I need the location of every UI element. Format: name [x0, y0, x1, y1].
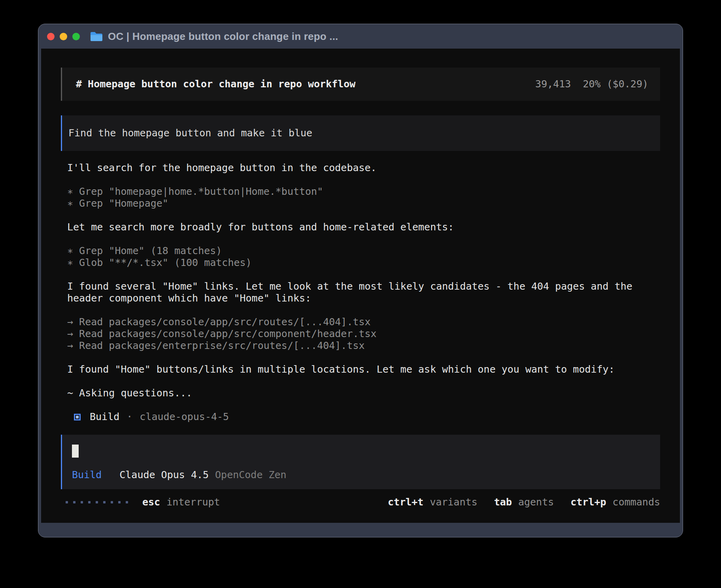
assistant-ask: I found "Home" buttons/links in multiple… [61, 364, 660, 375]
input-agent-label[interactable]: Build [72, 469, 102, 481]
input-meta: Build Claude Opus 4.5 OpenCode Zen [72, 469, 649, 481]
assistant-broaden: Let me search more broadly for buttons a… [61, 221, 660, 233]
terminal-window: OC | Homepage button color change in rep… [38, 24, 683, 537]
tool-call-read-3: → Read packages/enterprise/src/routes/[.… [61, 340, 660, 352]
input-provider-label: OpenCode Zen [215, 469, 287, 481]
traffic-lights [47, 33, 80, 40]
context-usage: 20% ($0.29) [583, 78, 648, 90]
session-header: # Homepage button color change in repo w… [61, 68, 660, 101]
tool-call-grep-3: ∗ Grep "Home" (18 matches) [61, 245, 660, 257]
progress-dots [66, 501, 128, 503]
user-message-text: Find the homepage button and make it blu… [68, 127, 312, 139]
user-message: Find the homepage button and make it blu… [61, 115, 660, 151]
text-cursor [72, 445, 79, 458]
token-count: 39,413 [535, 78, 571, 90]
close-button[interactable] [47, 33, 55, 40]
agent-separator: · [126, 411, 132, 423]
zoom-button[interactable] [72, 33, 80, 40]
tool-call-read-1: → Read packages/console/app/src/routes/[… [61, 316, 660, 328]
session-meta: 39,413 20% ($0.29) [535, 78, 648, 90]
minimize-button[interactable] [60, 33, 67, 40]
assistant-intro: I'll search for the homepage button in t… [61, 162, 660, 174]
terminal-content: # Homepage button color change in repo w… [41, 49, 680, 523]
status-bar: esc interrupt ctrl+t variants tab agents… [61, 496, 660, 509]
input-model-label[interactable]: Claude Opus 4.5 [119, 469, 209, 481]
esc-label: interrupt [166, 496, 220, 508]
window-titlebar[interactable]: OC | Homepage button color change in rep… [38, 24, 683, 49]
prompt-input[interactable]: Build Claude Opus 4.5 OpenCode Zen [61, 435, 660, 489]
window-bottom-edge [38, 523, 683, 537]
session-title: # Homepage button color change in repo w… [76, 78, 355, 90]
agent-status-row: Build · claude-opus-4-5 [61, 411, 660, 423]
agent-model: claude-opus-4-5 [140, 411, 229, 423]
esc-key-hint: esc [142, 496, 160, 508]
hint-commands: ctrl+p commands [570, 496, 660, 508]
hint-variants: ctrl+t variants [388, 496, 478, 508]
tool-call-grep-2: ∗ Grep "Homepage" [61, 198, 660, 209]
assistant-activity: ~ Asking questions... [61, 387, 660, 399]
window-title: OC | Homepage button color change in rep… [108, 30, 338, 43]
tool-call-glob: ∗ Glob "**/*.tsx" (100 matches) [61, 257, 660, 269]
folder-icon [90, 31, 103, 41]
keyboard-hints: ctrl+t variants tab agents ctrl+p comman… [388, 496, 660, 508]
tool-call-read-2: → Read packages/console/app/src/componen… [61, 328, 660, 340]
tool-call-grep-1: ∗ Grep "homepage|home.*button|Home.*butt… [61, 186, 660, 198]
agent-icon [74, 414, 81, 420]
agent-name: Build [90, 411, 119, 423]
assistant-candidates: I found several "Home" links. Let me loo… [61, 281, 660, 304]
hint-agents: tab agents [494, 496, 554, 508]
